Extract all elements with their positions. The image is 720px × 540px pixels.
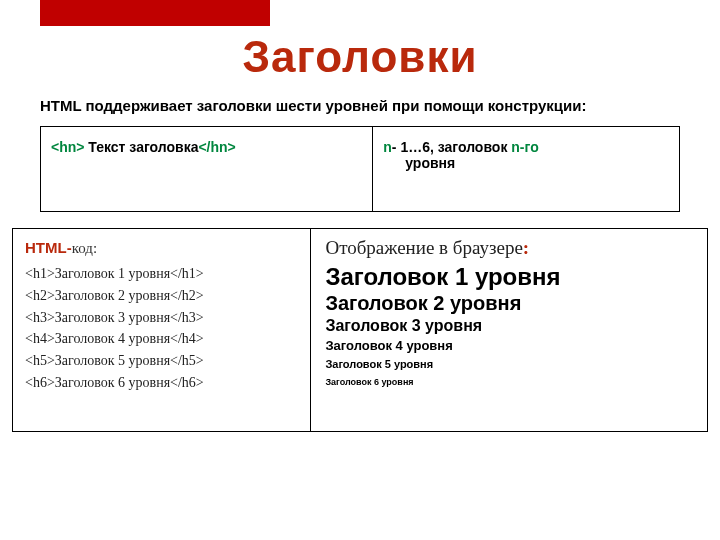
range-text: - 1…6, заголовок xyxy=(392,139,511,155)
tag-close: </h4> xyxy=(170,331,204,346)
rendered-h2: Заголовок 2 уровня xyxy=(325,291,693,315)
tag-open: <h4> xyxy=(25,331,55,346)
example-render-title: Отображение в браузере: xyxy=(325,237,693,259)
slide: Заголовки HTML поддерживает заголовки ше… xyxy=(0,0,720,540)
example-code-title: HTML-код: xyxy=(25,239,298,257)
tag-close: </h5> xyxy=(170,353,204,368)
rendered-h4: Заголовок 4 уровня xyxy=(325,336,693,356)
tag-close: </h3> xyxy=(170,310,204,325)
render-title-text: Отображение в браузере xyxy=(325,237,522,258)
table-row: <hn> Текст заголовка</hn> n- 1…6, заголо… xyxy=(41,127,680,212)
page-title: Заголовки xyxy=(0,32,720,82)
nth-text: n-го xyxy=(511,139,538,155)
code-line: <h2>Заголовок 2 уровня</h2> xyxy=(25,285,298,307)
code-text: Заголовок 2 уровня xyxy=(55,288,170,303)
tag-close: </h6> xyxy=(170,375,204,390)
rendered-h1: Заголовок 1 уровня xyxy=(325,263,693,291)
example-box: HTML-код: <h1>Заголовок 1 уровня</h1> <h… xyxy=(12,228,708,432)
tag-close: </h2> xyxy=(170,288,204,303)
code-text: Заголовок 4 уровня xyxy=(55,331,170,346)
page-subtitle: HTML поддерживает заголовки шести уровне… xyxy=(40,96,680,116)
code-line: <h1>Заголовок 1 уровня</h1> xyxy=(25,263,298,285)
tag-close: </h1> xyxy=(170,266,204,281)
kod-label: код: xyxy=(72,240,97,256)
accent-bar xyxy=(40,0,270,26)
tag-text: Текст заголовка xyxy=(84,139,198,155)
tag-open: <h5> xyxy=(25,353,55,368)
rendered-h5: Заголовок 5 уровня xyxy=(325,356,693,374)
rendered-h6: Заголовок 6 уровня xyxy=(325,374,693,390)
tag-open: <h6> xyxy=(25,375,55,390)
level-word: уровня xyxy=(405,155,455,171)
code-line: <h6>Заголовок 6 уровня</h6> xyxy=(25,372,298,394)
render-title-colon: : xyxy=(523,237,529,258)
syntax-cell: <hn> Текст заголовка</hn> xyxy=(41,127,373,212)
tag-close: </hn> xyxy=(198,139,235,155)
tag-open: <hn> xyxy=(51,139,84,155)
n-symbol: n xyxy=(383,139,392,155)
syntax-table: <hn> Текст заголовка</hn> n- 1…6, заголо… xyxy=(40,126,680,212)
code-line: <h5>Заголовок 5 уровня</h5> xyxy=(25,350,298,372)
tag-open: <h2> xyxy=(25,288,55,303)
tag-open: <h1> xyxy=(25,266,55,281)
code-text: Заголовок 3 уровня xyxy=(55,310,170,325)
tag-open: <h3> xyxy=(25,310,55,325)
html-label: HTML- xyxy=(25,239,72,256)
example-render-panel: Отображение в браузере: Заголовок 1 уров… xyxy=(311,229,707,431)
code-text: Заголовок 6 уровня xyxy=(55,375,170,390)
rendered-h3: Заголовок 3 уровня xyxy=(325,315,693,337)
code-line: <h3>Заголовок 3 уровня</h3> xyxy=(25,307,298,329)
code-line: <h4>Заголовок 4 уровня</h4> xyxy=(25,328,298,350)
code-text: Заголовок 1 уровня xyxy=(55,266,170,281)
code-text: Заголовок 5 уровня xyxy=(55,353,170,368)
description-cell: n- 1…6, заголовок n-го уровня xyxy=(373,127,680,212)
example-code-panel: HTML-код: <h1>Заголовок 1 уровня</h1> <h… xyxy=(13,229,311,431)
